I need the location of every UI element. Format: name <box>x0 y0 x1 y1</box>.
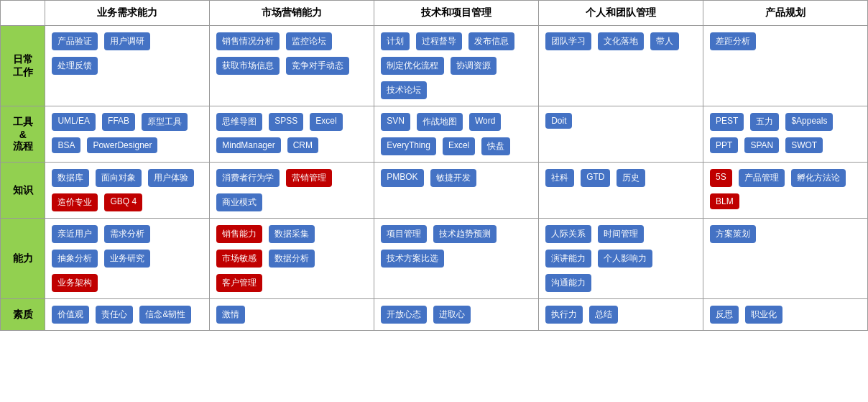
tag: FFAB <box>102 113 135 131</box>
tag: 快盘 <box>481 137 510 155</box>
tag: Doit <box>545 113 572 129</box>
tag: SPSS <box>269 113 303 131</box>
col-header-3: 技术和项目管理 <box>374 1 539 26</box>
main-table: 业务需求能力 市场营销能力 技术和项目管理 个人和团队管理 产品规划 日常 工作… <box>0 0 868 331</box>
tag: 销售能力 <box>216 225 262 243</box>
tag: GBQ 4 <box>104 193 142 211</box>
tag: EveryThing <box>381 137 436 155</box>
col-header-2: 市场营销能力 <box>210 1 374 26</box>
tag: 5S <box>710 169 732 187</box>
tag: 人际关系 <box>545 225 591 243</box>
tag: 业务研究 <box>104 250 150 268</box>
tag: 市场敏感 <box>216 250 262 268</box>
tag: 发布信息 <box>468 32 514 50</box>
tag: 技术论坛 <box>381 81 427 99</box>
cell-r2-c1: 消费者行为学 营销管理 商业模式 <box>210 163 374 219</box>
tag: 技术趋势预测 <box>433 225 497 243</box>
tag: 数据分析 <box>269 250 315 268</box>
tag: MindManager <box>216 137 280 153</box>
row-daily-work: 日常 工作 产品验证 用户调研 处理反馈 销售情况分析 监控论坛 获取市场信息 … <box>1 26 868 106</box>
tag: 造价专业 <box>52 193 98 211</box>
cell-r3-c1: 销售能力 数据采集 市场敏感 数据分析 客户管理 <box>210 219 374 299</box>
col-header-4: 个人和团队管理 <box>539 1 703 26</box>
cell-r0-c1: 销售情况分析 监控论坛 获取市场信息 竞争对手动态 <box>210 26 374 106</box>
cell-r0-c3: 团队学习 文化落地 带人 <box>539 26 703 106</box>
tag: 原型工具 <box>142 113 188 131</box>
cell-r3-c4: 方案策划 <box>703 219 868 299</box>
col-header-5: 产品规划 <box>703 1 868 26</box>
tag: 五力 <box>750 113 779 131</box>
tag: Excel <box>443 137 475 155</box>
tag: 反思 <box>710 306 739 324</box>
tag: 价值观 <box>52 306 89 324</box>
tag: 个人影响力 <box>598 250 652 268</box>
cell-r0-c2: 计划 过程督导 发布信息 制定优化流程 协调资源 技术论坛 <box>374 26 539 106</box>
tag: 总结 <box>589 306 618 324</box>
cell-r3-c0: 亲近用户 需求分析 抽象分析 业务研究 业务架构 <box>45 219 210 299</box>
tag: 激情 <box>216 306 245 324</box>
tag: 责任心 <box>96 306 133 324</box>
tag: 方案策划 <box>710 225 756 243</box>
tag: Excel <box>310 113 342 131</box>
cell-r1-c2: SVN 作战地图 Word EveryThing Excel 快盘 <box>374 106 539 163</box>
row-tools: 工具 & 流程 UML/EA FFAB 原型工具 BSA PowerDesign… <box>1 106 868 163</box>
cell-r0-c0: 产品验证 用户调研 处理反馈 <box>45 26 210 106</box>
tag: 带人 <box>650 32 679 50</box>
tag: 数据采集 <box>269 225 315 243</box>
row-header-ability: 能力 <box>1 219 45 299</box>
col-header-1: 业务需求能力 <box>45 1 210 26</box>
cell-r2-c2: PMBOK 敏捷开发 <box>374 163 539 219</box>
tag: 销售情况分析 <box>216 32 280 50</box>
tag: 沟通能力 <box>545 274 591 292</box>
cell-r4-c1: 激情 <box>210 299 374 331</box>
tag: 历史 <box>617 169 645 187</box>
tag: Word <box>469 113 501 131</box>
tag: GTD <box>581 169 610 187</box>
tag: 思维导图 <box>216 113 262 131</box>
cell-r1-c1: 思维导图 SPSS Excel MindManager CRM <box>210 106 374 163</box>
row-header-daily-work: 日常 工作 <box>1 26 45 106</box>
tag: PPT <box>710 137 738 153</box>
cell-r3-c2: 项目管理 技术趋势预测 技术方案比选 <box>374 219 539 299</box>
cell-r3-c3: 人际关系 时间管理 演讲能力 个人影响力 沟通能力 <box>539 219 703 299</box>
cell-r0-c4: 差距分析 <box>703 26 868 106</box>
tag: 产品验证 <box>52 32 98 50</box>
tag: 亲近用户 <box>52 225 98 243</box>
tag: 进取心 <box>433 306 471 324</box>
tag: 协调资源 <box>451 57 497 75</box>
cell-r1-c3: Doit <box>539 106 703 163</box>
tag: UML/EA <box>52 113 96 131</box>
tag: 面向对象 <box>96 169 142 187</box>
tag: 作战地图 <box>417 113 463 131</box>
tag: 需求分析 <box>104 225 150 243</box>
tag: 营销管理 <box>286 169 332 187</box>
cell-r2-c0: 数据库 面向对象 用户体验 造价专业 GBQ 4 <box>45 163 210 219</box>
tag: 职业化 <box>745 306 782 324</box>
cell-r2-c4: 5S 产品管理 孵化方法论 BLM <box>703 163 868 219</box>
tag: 计划 <box>381 32 410 50</box>
tag: SVN <box>381 113 410 131</box>
tag: PEST <box>710 113 744 131</box>
row-header-knowledge: 知识 <box>1 163 45 219</box>
tag: 数据库 <box>52 169 89 187</box>
tag: 获取市场信息 <box>216 57 280 75</box>
tag: 用户体验 <box>148 169 194 187</box>
tag: CRM <box>287 137 318 153</box>
tag: 处理反馈 <box>52 57 98 75</box>
tag: $Appeals <box>785 113 833 131</box>
tag: 孵化方法论 <box>791 169 846 187</box>
tag: 消费者行为学 <box>216 169 280 187</box>
tag: 文化落地 <box>598 32 644 50</box>
tag: 制定优化流程 <box>381 57 444 75</box>
tag: 产品管理 <box>739 169 785 187</box>
row-knowledge: 知识 数据库 面向对象 用户体验 造价专业 GBQ 4 消费者行为学 营销管理 … <box>1 163 868 219</box>
tag: 监控论坛 <box>286 32 332 50</box>
tag: 敏捷开发 <box>430 169 476 187</box>
tag: 技术方案比选 <box>381 250 444 268</box>
tag: 项目管理 <box>381 225 427 243</box>
tag: PowerDesigner <box>87 137 157 153</box>
tag: SWOT <box>785 137 823 153</box>
tag: 用户调研 <box>104 32 150 50</box>
cell-r1-c0: UML/EA FFAB 原型工具 BSA PowerDesigner <box>45 106 210 163</box>
cell-r4-c2: 开放心态 进取心 <box>374 299 539 331</box>
